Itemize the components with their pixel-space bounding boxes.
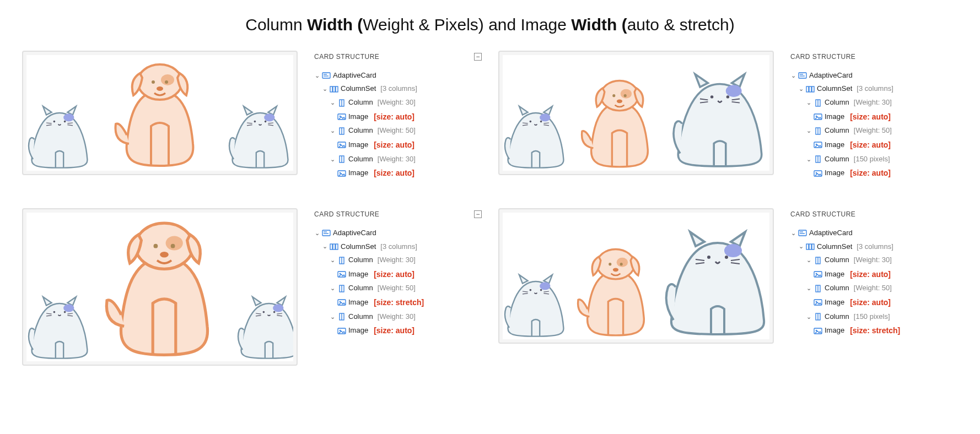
chevron-down-icon[interactable]: ⌄	[806, 283, 811, 294]
tree-node-image[interactable]: Image [size: auto]	[790, 138, 958, 153]
preview-col-2	[105, 55, 215, 171]
preview-inner	[26, 213, 293, 361]
card-structure-label: CARD STRUCTURE	[790, 51, 855, 63]
node-meta: [Weight: 30]	[378, 153, 416, 166]
preview-col-2	[573, 73, 666, 171]
tree-node-image[interactable]: Image [size: auto]	[314, 323, 482, 338]
tree-node-columnset[interactable]: ⌄ ColumnSet [3 columns]	[790, 240, 958, 254]
column-icon	[814, 155, 822, 163]
image-size-annotation: [size: auto]	[850, 267, 891, 282]
tree-node-image[interactable]: Image [size: auto]	[314, 166, 482, 181]
chevron-down-icon[interactable]: ⌄	[798, 83, 804, 95]
tree-node-image[interactable]: Image [size: auto]	[790, 267, 958, 282]
node-meta: [Weight: 50]	[378, 124, 416, 138]
image-icon	[337, 299, 346, 306]
tree-node-adaptivecard[interactable]: ⌄ AdaptiveCard	[314, 226, 482, 240]
chevron-down-icon[interactable]: ⌄	[790, 227, 796, 239]
node-label: AdaptiveCard	[333, 226, 376, 240]
tree-node-image[interactable]: Image [size: stretch]	[314, 295, 482, 310]
chevron-down-icon[interactable]: ⌄	[806, 154, 811, 165]
card-structure-tree: CARD STRUCTURE ⌄ AdaptiveCard ⌄ ColumnSe…	[790, 51, 958, 181]
tree-node-column[interactable]: ⌄ Column [Weight: 30]	[314, 310, 482, 324]
tree-node-image[interactable]: Image [size: auto]	[790, 295, 958, 310]
tree-node-adaptivecard[interactable]: ⌄ AdaptiveCard	[790, 226, 958, 240]
node-label: Image	[348, 324, 368, 338]
tree-node-image[interactable]: Image [size: auto]	[314, 110, 482, 124]
node-label: ColumnSet	[341, 240, 376, 254]
columnset-icon	[806, 243, 815, 251]
node-label: Image	[348, 296, 368, 310]
tree-node-column[interactable]: ⌄ Column [Weight: 30]	[790, 253, 958, 267]
preview-col-1	[26, 292, 93, 361]
node-label: Column	[348, 96, 373, 110]
node-label: Image	[825, 138, 844, 152]
tree-node-columnset[interactable]: ⌄ ColumnSet [3 columns]	[790, 82, 958, 96]
chevron-down-icon[interactable]: ⌄	[330, 254, 335, 266]
image-size-annotation: [size: auto]	[374, 267, 414, 282]
card-structure-tree: CARD STRUCTURE − ⌄ AdaptiveCard ⌄ Column…	[314, 208, 482, 338]
tree-node-image[interactable]: Image [size: auto]	[790, 110, 958, 124]
chevron-down-icon[interactable]: ⌄	[806, 97, 811, 109]
image-icon	[814, 327, 822, 335]
chevron-down-icon[interactable]: ⌄	[330, 154, 335, 165]
title-part2: Weight & Pixels) and Image	[363, 15, 571, 34]
tree-node-image[interactable]: Image [size: stretch]	[790, 323, 958, 338]
tree-node-image[interactable]: Image [size: auto]	[314, 267, 482, 282]
node-label: Column	[825, 310, 849, 324]
chevron-down-icon[interactable]: ⌄	[806, 254, 811, 266]
node-label: Image	[348, 138, 368, 152]
preview-inner	[26, 55, 293, 171]
tree-node-adaptivecard[interactable]: ⌄ AdaptiveCard	[790, 69, 958, 83]
tree-node-column[interactable]: ⌄ Column [Weight: 50]	[314, 124, 482, 138]
column-icon	[814, 99, 822, 107]
title-part3: auto & stretch)	[627, 15, 735, 34]
node-label: Column	[825, 153, 849, 166]
tree-node-column[interactable]: ⌄ Column [Weight: 50]	[314, 281, 482, 295]
column-icon	[337, 155, 346, 163]
node-label: ColumnSet	[341, 82, 376, 96]
tree-node-columnset[interactable]: ⌄ ColumnSet [3 columns]	[314, 240, 482, 254]
chevron-down-icon[interactable]: ⌄	[806, 125, 811, 137]
chevron-down-icon[interactable]: ⌄	[314, 70, 320, 82]
tree-node-column[interactable]: ⌄ Column [Weight: 50]	[790, 281, 958, 295]
tree-node-column[interactable]: ⌄ Column [Weight: 30]	[314, 153, 482, 166]
chevron-down-icon[interactable]: ⌄	[322, 83, 327, 95]
tree-node-columnset[interactable]: ⌄ ColumnSet [3 columns]	[314, 82, 482, 96]
chevron-down-icon[interactable]: ⌄	[798, 241, 804, 252]
card-structure-label: CARD STRUCTURE	[314, 208, 379, 221]
chevron-down-icon[interactable]: ⌄	[322, 241, 327, 252]
card-structure-tree: CARD STRUCTURE ⌄ AdaptiveCard ⌄ ColumnSe…	[790, 208, 958, 338]
node-meta: [Weight: 30]	[378, 96, 416, 110]
column-icon	[337, 127, 346, 135]
adaptive-card-icon	[798, 72, 807, 79]
image-icon	[337, 113, 346, 121]
tree-node-column[interactable]: ⌄ Column [150 pixels]	[790, 153, 958, 166]
tree-node-adaptivecard[interactable]: ⌄ AdaptiveCard	[314, 69, 482, 83]
chevron-down-icon[interactable]: ⌄	[790, 70, 796, 82]
image-size-annotation: [size: auto]	[850, 110, 891, 124]
chevron-down-icon[interactable]: ⌄	[314, 227, 320, 239]
tree-node-column[interactable]: ⌄ Column [Weight: 50]	[790, 124, 958, 138]
tree-node-column[interactable]: ⌄ Column [Weight: 30]	[790, 96, 958, 110]
image-icon	[814, 299, 822, 306]
columnset-icon	[806, 85, 815, 93]
tree-node-column[interactable]: ⌄ Column [150 pixels]	[790, 310, 958, 324]
tree-node-image[interactable]: Image [size: auto]	[790, 166, 958, 181]
image-icon	[814, 141, 822, 149]
chevron-down-icon[interactable]: ⌄	[330, 311, 335, 323]
chevron-down-icon[interactable]: ⌄	[330, 97, 335, 109]
adaptive-card-icon	[798, 229, 807, 237]
adaptive-card-icon	[322, 229, 331, 237]
tree-node-image[interactable]: Image [size: auto]	[314, 138, 482, 153]
collapse-button[interactable]: −	[474, 53, 482, 61]
collapse-button[interactable]: −	[474, 210, 482, 218]
chevron-down-icon[interactable]: ⌄	[806, 311, 811, 323]
preview-col-1	[503, 270, 569, 339]
chevron-down-icon[interactable]: ⌄	[330, 283, 335, 294]
node-label: Column	[348, 281, 373, 295]
column-icon	[337, 313, 346, 321]
tree-node-column[interactable]: ⌄ Column [Weight: 30]	[314, 96, 482, 110]
image-size-annotation: [size: stretch]	[374, 295, 424, 310]
tree-node-column[interactable]: ⌄ Column [Weight: 30]	[314, 253, 482, 267]
chevron-down-icon[interactable]: ⌄	[330, 125, 335, 137]
